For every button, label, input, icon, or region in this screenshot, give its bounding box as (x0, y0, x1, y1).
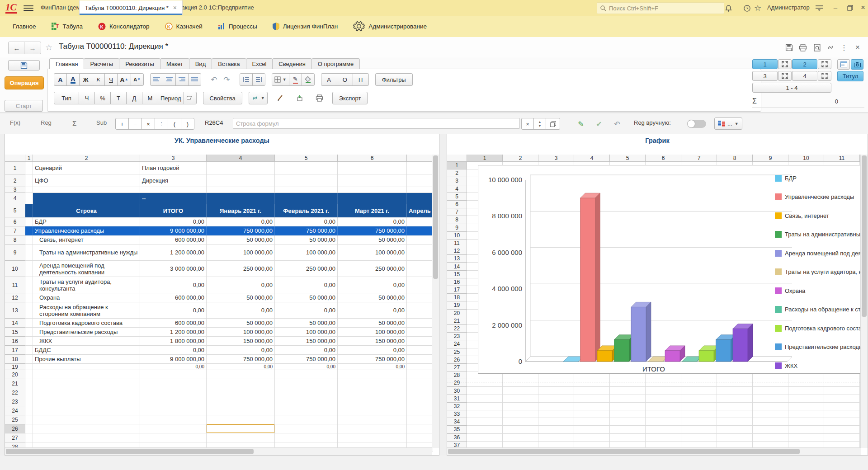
cell[interactable] (717, 387, 753, 395)
row-header-27[interactable]: 27 (447, 364, 467, 371)
current-user[interactable]: Администратор (767, 4, 810, 11)
cell[interactable] (407, 217, 433, 226)
indent-increase-icon[interactable] (252, 73, 265, 86)
cell[interactable] (25, 415, 33, 424)
cell[interactable] (33, 406, 140, 415)
value-cell[interactable]: 50 000,00 (275, 235, 338, 244)
column-header-6[interactable]: 6 (646, 155, 681, 162)
value-cell[interactable]: 50 000,00 (207, 235, 275, 244)
cell[interactable] (467, 434, 503, 442)
cell[interactable] (753, 379, 788, 387)
cell[interactable] (574, 410, 610, 418)
cell[interactable] (503, 434, 538, 442)
cell[interactable] (25, 302, 33, 319)
cell[interactable] (25, 328, 33, 337)
type-Ч-button[interactable]: Ч (79, 92, 95, 104)
scroll-thumb[interactable] (6, 449, 254, 454)
cell[interactable] (25, 226, 33, 235)
cell[interactable] (646, 403, 681, 410)
row-header-25[interactable]: 25 (5, 415, 25, 424)
scroll-thumb[interactable] (862, 155, 867, 317)
cell[interactable] (788, 387, 824, 395)
cell[interactable] (681, 434, 717, 442)
cell[interactable] (574, 434, 610, 442)
row-header-1[interactable]: 1 (447, 162, 467, 169)
cell[interactable] (407, 337, 433, 346)
cell[interactable] (467, 379, 503, 387)
cell[interactable] (467, 387, 503, 395)
cell[interactable] (467, 395, 503, 403)
row-header-9[interactable]: 9 (447, 224, 467, 232)
value-cell[interactable]: 50 000,00 (275, 319, 338, 328)
table-header-cell[interactable]: ИТОГО (140, 204, 207, 217)
cell[interactable] (717, 418, 753, 426)
cell[interactable] (207, 433, 275, 442)
more-icon[interactable]: ⋮ (838, 42, 850, 53)
cell[interactable] (824, 379, 860, 387)
cell[interactable] (25, 193, 33, 204)
cell[interactable] (538, 426, 574, 433)
cell[interactable] (646, 418, 681, 426)
value-cell[interactable]: 100 000,00 (338, 328, 407, 337)
cell[interactable] (140, 415, 207, 424)
cell[interactable] (207, 162, 275, 174)
cell[interactable] (275, 397, 338, 406)
row-header-24[interactable]: 24 (5, 406, 25, 415)
column-header-3[interactable]: 3 (538, 155, 574, 162)
menu-item-4[interactable]: ККазначей (159, 21, 209, 32)
row-header-20[interactable]: 20 (5, 370, 25, 379)
column-header-4[interactable]: 4 (574, 155, 610, 162)
column-header-3[interactable]: 3 (140, 155, 207, 162)
cell[interactable] (25, 293, 33, 302)
cell[interactable] (467, 403, 503, 410)
print-icon[interactable] (797, 42, 809, 53)
cell[interactable] (646, 434, 681, 442)
revert-formula-icon[interactable]: ↶ (611, 118, 623, 129)
cell[interactable] (824, 410, 860, 418)
document-tab[interactable]: Табула Т00000110: Дирекция * × (79, 0, 183, 15)
cell[interactable] (25, 162, 33, 174)
row-header-29[interactable]: 29 (447, 379, 467, 387)
cell[interactable] (503, 418, 538, 426)
cell[interactable] (25, 364, 33, 370)
row-header-14[interactable]: 14 (5, 319, 25, 328)
row-header-5[interactable]: 5 (5, 204, 25, 217)
value-cell[interactable]: 750 000,00 (275, 355, 338, 364)
value-cell[interactable]: 0,00 (275, 277, 338, 293)
column-header-11[interactable]: 11 (824, 155, 860, 162)
tab-Вид[interactable]: Вид (189, 58, 212, 69)
cell[interactable] (503, 403, 538, 410)
row-header-19[interactable]: 19 (5, 364, 25, 370)
row-header-31[interactable]: 31 (447, 395, 467, 403)
row-label-cell[interactable]: Аренда помещений под деятельность компан… (33, 261, 140, 277)
cell[interactable] (207, 397, 275, 406)
cell[interactable] (610, 403, 646, 410)
row-header-25[interactable]: 25 (447, 348, 467, 356)
cell[interactable] (681, 395, 717, 403)
export-button[interactable]: Экспорт (332, 92, 368, 104)
cell[interactable] (407, 277, 433, 293)
cell[interactable] (407, 319, 433, 328)
cell[interactable] (140, 406, 207, 415)
type-%-button[interactable]: % (94, 92, 111, 104)
column-header-1[interactable]: 1 (25, 155, 33, 162)
menu-item-3[interactable]: ККонсолидатор (92, 21, 156, 32)
row-header-16[interactable]: 16 (5, 337, 25, 346)
row-header-1[interactable]: 1 (5, 162, 25, 174)
row-label-cell[interactable]: ЖКХ (33, 337, 140, 346)
fx-button[interactable]: F(x) (10, 119, 20, 126)
cell[interactable] (681, 418, 717, 426)
row-label-cell[interactable] (33, 364, 140, 370)
tab-Главная[interactable]: Главная (49, 58, 84, 69)
cell[interactable] (753, 410, 788, 418)
filters-button[interactable]: Фильтры (375, 73, 413, 86)
row-header-3[interactable]: 3 (447, 177, 467, 185)
cell[interactable] (407, 397, 433, 406)
cell[interactable] (646, 426, 681, 433)
value-cell[interactable]: 3 000 000,00 (140, 261, 207, 277)
row-header-23[interactable]: 23 (447, 333, 467, 340)
operator-÷-button[interactable]: ÷ (155, 118, 168, 130)
value-cell[interactable]: 750 000,00 (338, 226, 407, 235)
row-header-26[interactable]: 26 (447, 356, 467, 364)
menu-item-1[interactable]: Главное (6, 21, 42, 32)
